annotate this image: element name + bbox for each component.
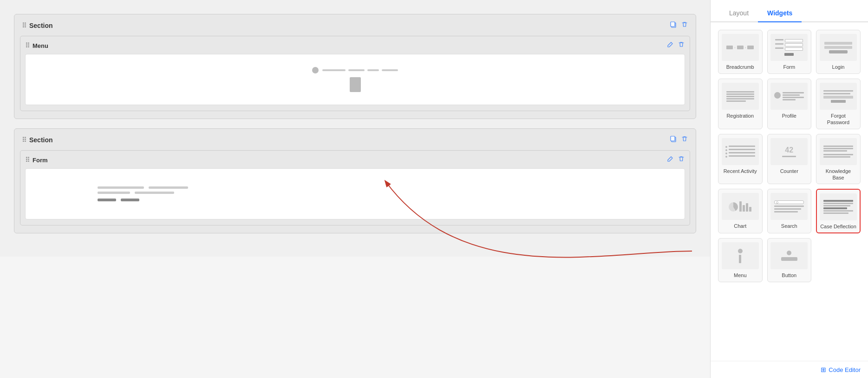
widget-thumb-chart bbox=[722, 193, 759, 220]
widget-item-menu[interactable]: Menu bbox=[718, 238, 763, 282]
form-delete-icon[interactable] bbox=[678, 155, 685, 165]
reg-line-2 bbox=[726, 93, 754, 95]
menu-dropdown bbox=[350, 77, 361, 92]
bc-box-2 bbox=[737, 46, 744, 49]
widget-item-recent-activity[interactable]: Recent Activity bbox=[718, 134, 763, 185]
widget-item-search[interactable]: Search bbox=[767, 189, 812, 233]
form-btn-2 bbox=[121, 199, 139, 201]
thumb-chart-inner bbox=[727, 199, 753, 213]
widget-label-breadcrumb: Breadcrumb bbox=[726, 64, 754, 70]
profile-line-3 bbox=[783, 97, 804, 98]
code-editor-link[interactable]: ⊞ Code Editor bbox=[718, 366, 861, 373]
tf-btn bbox=[784, 53, 794, 56]
widget-item-forgot-password[interactable]: Forgot Password bbox=[816, 79, 861, 129]
chart-bars bbox=[739, 201, 751, 212]
profile-lines bbox=[783, 92, 804, 100]
widget-item-profile[interactable]: Profile bbox=[767, 79, 812, 129]
bc-arrow-1: › bbox=[734, 46, 736, 50]
chart-bar-4 bbox=[749, 207, 751, 212]
widget-thumb-breadcrumb: › › bbox=[722, 34, 759, 61]
widget-label-search: Search bbox=[781, 223, 797, 229]
widget-label-case-deflection: Case Deflection bbox=[820, 223, 856, 230]
section-2-copy-icon[interactable] bbox=[670, 135, 677, 145]
canvas-container: ⠿ Section bbox=[0, 0, 710, 378]
menu-preview-content bbox=[33, 67, 677, 92]
svg-rect-1 bbox=[671, 22, 675, 27]
tab-widgets[interactable]: Widgets bbox=[758, 5, 802, 22]
form-field-1 bbox=[98, 186, 144, 189]
profile-line-1 bbox=[783, 92, 804, 93]
menu-thumb-circle bbox=[738, 249, 743, 253]
recent-line-3 bbox=[729, 152, 755, 153]
thumb-profile-inner bbox=[774, 92, 804, 100]
form-drag-handle[interactable]: ⠿ bbox=[25, 156, 30, 164]
widget-label-recent-activity: Recent Activity bbox=[724, 168, 757, 174]
section-2-delete-icon[interactable] bbox=[681, 135, 688, 145]
thumb-form-row-1 bbox=[775, 39, 803, 42]
menu-widget-card: ⠿ Menu bbox=[20, 36, 690, 111]
widget-label-profile: Profile bbox=[782, 113, 796, 119]
widget-thumb-deflection bbox=[820, 193, 857, 220]
form-edit-icon[interactable] bbox=[666, 155, 674, 165]
widget-palette: › › Breadcrumb bbox=[711, 22, 868, 290]
search-icon-preview bbox=[776, 201, 778, 204]
recent-row-2 bbox=[725, 149, 755, 151]
widget-item-knowledge-base[interactable]: Knowledge Base bbox=[816, 134, 861, 185]
def-line-1 bbox=[823, 200, 853, 202]
widget-item-counter[interactable]: 42 Counter bbox=[767, 134, 812, 185]
kb-line-3 bbox=[823, 150, 847, 152]
menu-widget-title: ⠿ Menu bbox=[25, 42, 48, 49]
chart-bar-3 bbox=[746, 203, 748, 212]
menu-delete-icon[interactable] bbox=[678, 41, 685, 50]
widget-thumb-recent bbox=[722, 138, 759, 165]
menu-widget-label: Menu bbox=[33, 42, 48, 49]
bc-box-1 bbox=[726, 46, 733, 49]
widget-item-login[interactable]: Login bbox=[816, 30, 861, 74]
widget-item-case-deflection[interactable]: Case Deflection bbox=[816, 189, 861, 233]
section-2-drag-handle[interactable]: ⠿ bbox=[22, 136, 26, 144]
reg-line-5 bbox=[726, 100, 746, 102]
recent-line-4 bbox=[729, 155, 755, 157]
section-1-copy-icon[interactable] bbox=[670, 21, 677, 30]
chart-pie bbox=[729, 202, 738, 212]
login-field-1 bbox=[824, 42, 852, 45]
btn-thumb-circle bbox=[787, 251, 791, 255]
reg-line-1 bbox=[726, 91, 754, 93]
code-editor-label: Code Editor bbox=[829, 366, 861, 373]
menu-preview-lines bbox=[322, 69, 398, 71]
tf-input-1 bbox=[785, 39, 803, 42]
btn-thumb-rect bbox=[781, 257, 797, 261]
menu-line-1 bbox=[322, 69, 346, 71]
widget-item-button[interactable]: Button bbox=[767, 238, 812, 282]
widget-item-registration[interactable]: Registration bbox=[718, 79, 763, 129]
thumb-button-inner bbox=[781, 251, 797, 261]
section-1: ⠿ Section bbox=[14, 14, 696, 119]
kb-line-5 bbox=[823, 156, 850, 158]
kb-line-2 bbox=[823, 148, 853, 149]
widget-label-login: Login bbox=[832, 64, 845, 70]
menu-drag-handle[interactable]: ⠿ bbox=[25, 42, 30, 49]
section-1-drag-handle[interactable]: ⠿ bbox=[22, 22, 26, 29]
tab-layout[interactable]: Layout bbox=[720, 5, 758, 22]
widget-item-chart[interactable]: Chart bbox=[718, 189, 763, 233]
section-1-delete-icon[interactable] bbox=[681, 21, 688, 30]
menu-edit-icon[interactable] bbox=[666, 41, 674, 50]
section-2-title: ⠿ Section bbox=[22, 136, 53, 144]
thumb-deflection-inner bbox=[823, 200, 853, 214]
menu-line-2 bbox=[348, 69, 365, 71]
section-2-header: ⠿ Section bbox=[20, 134, 690, 146]
widget-item-breadcrumb[interactable]: › › Breadcrumb bbox=[718, 30, 763, 74]
section-1-actions bbox=[670, 21, 688, 30]
chart-bar-2 bbox=[743, 205, 745, 212]
section-1-title: ⠿ Section bbox=[22, 22, 53, 29]
forgot-input bbox=[823, 96, 853, 99]
widget-label-forgot-password: Forgot Password bbox=[819, 113, 857, 126]
thumb-login-inner bbox=[824, 42, 852, 53]
recent-row-3 bbox=[725, 152, 755, 154]
menu-preview-circle bbox=[312, 67, 319, 73]
widget-item-form[interactable]: Form bbox=[767, 30, 812, 74]
search-result-1 bbox=[774, 206, 804, 207]
right-sidebar: Layout Widgets › › Breadcrumb bbox=[710, 0, 868, 378]
sidebar-tabs: Layout Widgets bbox=[711, 0, 868, 22]
forgot-line-1 bbox=[823, 90, 853, 92]
